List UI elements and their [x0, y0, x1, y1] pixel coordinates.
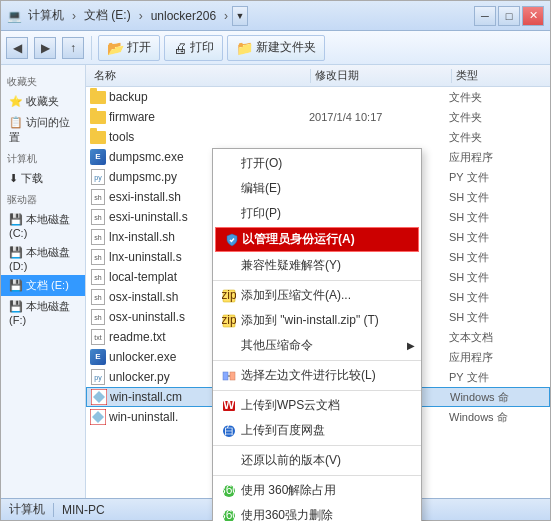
breadcrumb-dropdown[interactable]: ▼ [232, 6, 248, 26]
new-folder-button[interactable]: 📁 新建文件夹 [227, 35, 325, 61]
sh-icon: sh [90, 229, 106, 245]
exe-icon: E [90, 349, 106, 365]
ctx-upload-baidu[interactable]: 百 上传到百度网盘 [213, 418, 421, 443]
file-date: 2017/1/4 10:17 [309, 111, 449, 123]
title-path: 💻 计算机 › 文档 (E:) › unlocker206 › ▼ [7, 5, 474, 26]
file-type: SH 文件 [449, 290, 546, 305]
svg-text:zip: zip [222, 289, 236, 302]
file-type: SH 文件 [449, 310, 546, 325]
ctx-print[interactable]: 打印(P) [213, 201, 421, 226]
sidebar-item-f[interactable]: 💾 本地磁盘 (F:) [1, 296, 85, 329]
ctx-run-as-admin[interactable]: 以管理员身份运行(A) [215, 227, 419, 252]
baidu-icon: 百 [219, 421, 239, 441]
file-type: Windows 命 [449, 410, 546, 425]
file-type: SH 文件 [449, 230, 546, 245]
ctx-compat[interactable]: 兼容性疑难解答(Y) [213, 253, 421, 278]
col-name-header[interactable]: 名称 [90, 68, 310, 83]
sidebar-item-c[interactable]: 💾 本地磁盘 (C:) [1, 209, 85, 242]
breadcrumb-computer[interactable]: 计算机 [24, 5, 68, 26]
sidebar-item-e[interactable]: 💾 文档 (E:) [1, 275, 85, 296]
file-type: SH 文件 [449, 270, 546, 285]
file-row[interactable]: backup 文件夹 [86, 87, 550, 107]
file-row[interactable]: tools 文件夹 [86, 127, 550, 147]
file-type: 文件夹 [449, 90, 546, 105]
sidebar-item-d[interactable]: 💾 本地磁盘 (D:) [1, 242, 85, 275]
file-name: firmware [109, 110, 309, 124]
ctx-sep-2 [213, 360, 421, 361]
sh-icon: sh [90, 249, 106, 265]
file-name: backup [109, 90, 309, 104]
breadcrumb-unlocker[interactable]: unlocker206 [147, 7, 220, 25]
title-icon: 💻 [7, 9, 22, 23]
sidebar-section-computer: 计算机 [1, 148, 85, 168]
360-icon-2: 360 [219, 506, 239, 522]
py-icon: py [90, 369, 106, 385]
file-type: 文件夹 [449, 130, 546, 145]
file-type: PY 文件 [449, 170, 546, 185]
ctx-compare[interactable]: 选择左边文件进行比较(L) [213, 363, 421, 388]
360-icon: 360 [219, 481, 239, 501]
svg-text:W: W [223, 399, 235, 412]
ctx-360-unlock[interactable]: 360 使用 360解除占用 [213, 478, 421, 503]
ctx-add-archive[interactable]: zip 添加到压缩文件(A)... [213, 283, 421, 308]
breadcrumb-docs[interactable]: 文档 (E:) [80, 5, 135, 26]
file-name: tools [109, 130, 309, 144]
print-button[interactable]: 🖨 打印 [164, 35, 223, 61]
title-bar: 💻 计算机 › 文档 (E:) › unlocker206 › ▼ ─ □ ✕ [1, 1, 550, 31]
cmd-icon [90, 409, 106, 425]
exe-icon: E [90, 149, 106, 165]
svg-rect-8 [223, 372, 228, 380]
shield-icon [222, 230, 242, 250]
svg-text:360: 360 [222, 484, 236, 497]
sh-icon: sh [90, 209, 106, 225]
file-type: SH 文件 [449, 210, 546, 225]
open-button[interactable]: 📂 打开 [98, 35, 160, 61]
column-headers: 名称 修改日期 类型 [86, 65, 550, 87]
file-type: 应用程序 [449, 350, 546, 365]
ctx-sep-5 [213, 475, 421, 476]
toolbar: ◀ ▶ ↑ 📂 打开 🖨 打印 📁 新建文件夹 [1, 31, 550, 65]
ctx-sep-4 [213, 445, 421, 446]
sh-icon: sh [90, 309, 106, 325]
cmd-icon [91, 389, 107, 405]
svg-rect-9 [230, 372, 235, 380]
ctx-upload-wps[interactable]: W 上传到WPS云文档 [213, 393, 421, 418]
status-pc-name: MIN-PC [62, 503, 105, 517]
col-type-header[interactable]: 类型 [452, 68, 546, 83]
folder-icon [90, 89, 106, 105]
ctx-restore[interactable]: 还原以前的版本(V) [213, 448, 421, 473]
print-icon: 🖨 [173, 40, 187, 56]
print-label: 打印 [190, 39, 214, 56]
file-type: SH 文件 [449, 190, 546, 205]
maximize-button[interactable]: □ [498, 6, 520, 26]
svg-text:百: 百 [223, 424, 235, 437]
ctx-edit[interactable]: 编辑(E) [213, 176, 421, 201]
back-button[interactable]: ◀ [6, 37, 28, 59]
file-type: Windows 命 [450, 390, 545, 405]
folder-icon [90, 129, 106, 145]
ctx-sep-1 [213, 280, 421, 281]
ctx-sep-3 [213, 390, 421, 391]
sidebar-item-downloads[interactable]: ⬇ 下载 [1, 168, 85, 189]
col-date-header[interactable]: 修改日期 [311, 68, 451, 83]
close-button[interactable]: ✕ [522, 6, 544, 26]
minimize-button[interactable]: ─ [474, 6, 496, 26]
forward-button[interactable]: ▶ [34, 37, 56, 59]
file-type: PY 文件 [449, 370, 546, 385]
svg-text:360: 360 [222, 509, 236, 522]
ctx-add-zip[interactable]: zip 添加到 "win-install.zip" (T) [213, 308, 421, 333]
ctx-open[interactable]: 打开(O) [213, 151, 421, 176]
sh-icon: sh [90, 189, 106, 205]
context-menu: 打开(O) 编辑(E) 打印(P) 以管理员身份运行(A) 兼容性疑难解答(Y)… [212, 148, 422, 521]
file-type: SH 文件 [449, 250, 546, 265]
ctx-360-delete[interactable]: 360 使用360强力删除 [213, 503, 421, 521]
sidebar-item-access[interactable]: 📋 访问的位置 [1, 112, 85, 148]
ctx-other-compress[interactable]: 其他压缩命令 ▶ [213, 333, 421, 358]
sidebar-item-favorites[interactable]: ⭐ 收藏夹 [1, 91, 85, 112]
file-type: 应用程序 [449, 150, 546, 165]
file-row[interactable]: firmware 2017/1/4 10:17 文件夹 [86, 107, 550, 127]
zip-icon-2: zip [219, 311, 239, 331]
up-button[interactable]: ↑ [62, 37, 84, 59]
sidebar-section-drives: 驱动器 [1, 189, 85, 209]
py-icon: py [90, 169, 106, 185]
